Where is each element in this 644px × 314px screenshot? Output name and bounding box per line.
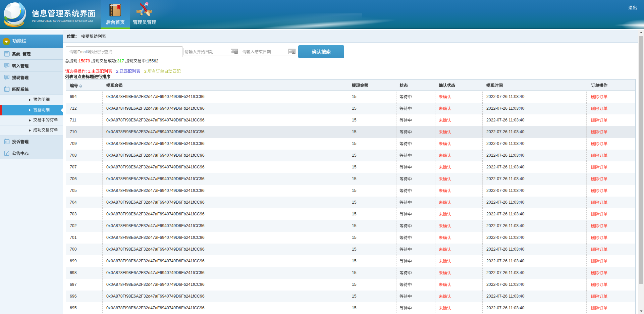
svg-text:2.: 2. [116, 69, 119, 73]
svg-text::: : [86, 69, 87, 73]
svg-text:1.: 1. [88, 69, 91, 73]
svg-text:15562: 15562 [147, 58, 158, 63]
svg-text::: : [146, 58, 147, 63]
svg-text:317: 317 [117, 58, 124, 63]
svg-text:15879: 15879 [78, 58, 90, 63]
svg-text::: : [77, 58, 78, 63]
svg-text:3.: 3. [144, 69, 148, 73]
svg-text::: : [116, 58, 117, 63]
svg-text:Email: Email [77, 49, 88, 54]
